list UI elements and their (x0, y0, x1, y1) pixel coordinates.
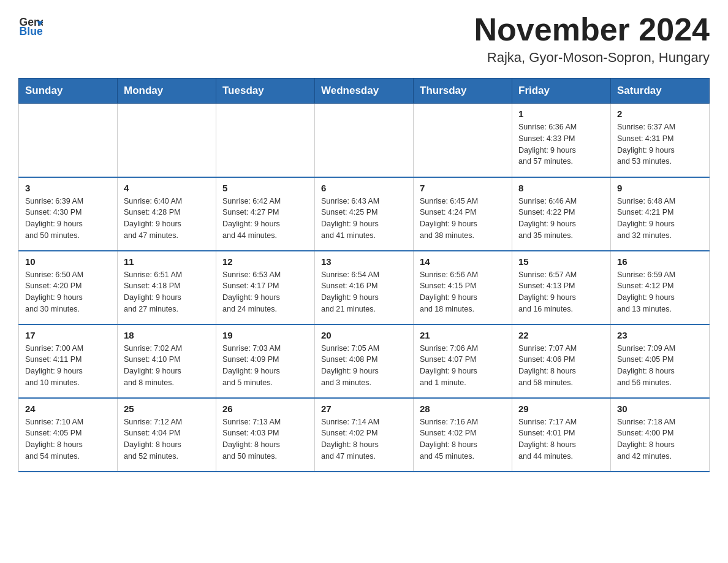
day-number: 22 (518, 330, 604, 340)
day-info: Sunrise: 7:14 AM Sunset: 4:02 PM Dayligh… (321, 416, 407, 462)
day-cell: 23Sunrise: 7:09 AM Sunset: 4:05 PM Dayli… (611, 324, 710, 398)
day-info: Sunrise: 6:43 AM Sunset: 4:25 PM Dayligh… (321, 196, 407, 242)
day-number: 4 (124, 183, 210, 193)
day-info: Sunrise: 7:03 AM Sunset: 4:09 PM Dayligh… (222, 343, 308, 389)
day-cell: 26Sunrise: 7:13 AM Sunset: 4:03 PM Dayli… (216, 398, 315, 472)
day-number: 12 (222, 256, 308, 267)
day-cell (315, 104, 414, 177)
logo-icon: General Blue (18, 12, 43, 37)
day-cell (19, 104, 118, 177)
header-thursday: Thursday (414, 79, 512, 104)
day-number: 8 (518, 183, 604, 193)
day-cell: 2Sunrise: 6:37 AM Sunset: 4:31 PM Daylig… (611, 104, 710, 177)
day-number: 6 (321, 183, 407, 193)
day-info: Sunrise: 7:18 AM Sunset: 4:00 PM Dayligh… (617, 416, 703, 462)
day-info: Sunrise: 6:54 AM Sunset: 4:16 PM Dayligh… (321, 269, 407, 315)
title-area: November 2024 Rajka, Gyor-Moson-Sopron, … (474, 12, 710, 66)
day-info: Sunrise: 6:45 AM Sunset: 4:24 PM Dayligh… (420, 196, 506, 242)
header-sunday: Sunday (19, 79, 118, 104)
day-number: 14 (420, 256, 506, 267)
day-info: Sunrise: 6:53 AM Sunset: 4:17 PM Dayligh… (222, 269, 308, 315)
day-number: 1 (518, 109, 604, 119)
calendar-table: SundayMondayTuesdayWednesdayThursdayFrid… (18, 78, 710, 472)
calendar-header-row: SundayMondayTuesdayWednesdayThursdayFrid… (19, 79, 710, 104)
week-row-4: 17Sunrise: 7:00 AM Sunset: 4:11 PM Dayli… (19, 324, 710, 398)
header-monday: Monday (118, 79, 216, 104)
day-cell: 7Sunrise: 6:45 AM Sunset: 4:24 PM Daylig… (414, 177, 512, 251)
day-info: Sunrise: 6:48 AM Sunset: 4:21 PM Dayligh… (617, 196, 703, 242)
day-cell: 15Sunrise: 6:57 AM Sunset: 4:13 PM Dayli… (512, 251, 611, 324)
day-info: Sunrise: 6:56 AM Sunset: 4:15 PM Dayligh… (420, 269, 506, 315)
svg-text:Blue: Blue (20, 25, 43, 37)
day-cell: 21Sunrise: 7:06 AM Sunset: 4:07 PM Dayli… (414, 324, 512, 398)
week-row-3: 10Sunrise: 6:50 AM Sunset: 4:20 PM Dayli… (19, 251, 710, 324)
month-title: November 2024 (474, 12, 710, 47)
day-number: 9 (617, 183, 703, 193)
day-cell: 22Sunrise: 7:07 AM Sunset: 4:06 PM Dayli… (512, 324, 611, 398)
day-cell: 8Sunrise: 6:46 AM Sunset: 4:22 PM Daylig… (512, 177, 611, 251)
day-info: Sunrise: 7:17 AM Sunset: 4:01 PM Dayligh… (518, 416, 604, 462)
day-info: Sunrise: 6:51 AM Sunset: 4:18 PM Dayligh… (124, 269, 210, 315)
day-number: 27 (321, 404, 407, 414)
week-row-5: 24Sunrise: 7:10 AM Sunset: 4:05 PM Dayli… (19, 398, 710, 472)
day-info: Sunrise: 7:05 AM Sunset: 4:08 PM Dayligh… (321, 343, 407, 389)
day-cell: 4Sunrise: 6:40 AM Sunset: 4:28 PM Daylig… (118, 177, 216, 251)
day-number: 21 (420, 330, 506, 340)
day-number: 26 (222, 404, 308, 414)
day-number: 3 (25, 183, 111, 193)
day-info: Sunrise: 6:40 AM Sunset: 4:28 PM Dayligh… (124, 196, 210, 242)
day-number: 24 (25, 404, 111, 414)
day-number: 25 (124, 404, 210, 414)
day-cell: 12Sunrise: 6:53 AM Sunset: 4:17 PM Dayli… (216, 251, 315, 324)
day-cell: 17Sunrise: 7:00 AM Sunset: 4:11 PM Dayli… (19, 324, 118, 398)
day-info: Sunrise: 7:13 AM Sunset: 4:03 PM Dayligh… (222, 416, 308, 462)
logo: General Blue (18, 12, 45, 37)
day-info: Sunrise: 7:00 AM Sunset: 4:11 PM Dayligh… (25, 343, 111, 389)
day-number: 30 (617, 404, 703, 414)
day-cell: 5Sunrise: 6:42 AM Sunset: 4:27 PM Daylig… (216, 177, 315, 251)
day-cell: 3Sunrise: 6:39 AM Sunset: 4:30 PM Daylig… (19, 177, 118, 251)
day-cell: 25Sunrise: 7:12 AM Sunset: 4:04 PM Dayli… (118, 398, 216, 472)
day-number: 11 (124, 256, 210, 267)
day-cell: 20Sunrise: 7:05 AM Sunset: 4:08 PM Dayli… (315, 324, 414, 398)
day-cell: 30Sunrise: 7:18 AM Sunset: 4:00 PM Dayli… (611, 398, 710, 472)
day-number: 7 (420, 183, 506, 193)
day-number: 19 (222, 330, 308, 340)
day-number: 16 (617, 256, 703, 267)
day-info: Sunrise: 7:16 AM Sunset: 4:02 PM Dayligh… (420, 416, 506, 462)
day-info: Sunrise: 6:46 AM Sunset: 4:22 PM Dayligh… (518, 196, 604, 242)
week-row-2: 3Sunrise: 6:39 AM Sunset: 4:30 PM Daylig… (19, 177, 710, 251)
day-cell: 10Sunrise: 6:50 AM Sunset: 4:20 PM Dayli… (19, 251, 118, 324)
day-info: Sunrise: 6:39 AM Sunset: 4:30 PM Dayligh… (25, 196, 111, 242)
day-info: Sunrise: 7:10 AM Sunset: 4:05 PM Dayligh… (25, 416, 111, 462)
day-info: Sunrise: 6:37 AM Sunset: 4:31 PM Dayligh… (617, 121, 703, 167)
day-cell: 16Sunrise: 6:59 AM Sunset: 4:12 PM Dayli… (611, 251, 710, 324)
week-row-1: 1Sunrise: 6:36 AM Sunset: 4:33 PM Daylig… (19, 104, 710, 177)
day-cell: 14Sunrise: 6:56 AM Sunset: 4:15 PM Dayli… (414, 251, 512, 324)
header-wednesday: Wednesday (315, 79, 414, 104)
day-cell: 1Sunrise: 6:36 AM Sunset: 4:33 PM Daylig… (512, 104, 611, 177)
day-cell: 19Sunrise: 7:03 AM Sunset: 4:09 PM Dayli… (216, 324, 315, 398)
day-cell (414, 104, 512, 177)
day-number: 5 (222, 183, 308, 193)
day-info: Sunrise: 7:02 AM Sunset: 4:10 PM Dayligh… (124, 343, 210, 389)
header-friday: Friday (512, 79, 611, 104)
day-cell (216, 104, 315, 177)
day-cell: 9Sunrise: 6:48 AM Sunset: 4:21 PM Daylig… (611, 177, 710, 251)
day-cell: 13Sunrise: 6:54 AM Sunset: 4:16 PM Dayli… (315, 251, 414, 324)
day-info: Sunrise: 6:36 AM Sunset: 4:33 PM Dayligh… (518, 121, 604, 167)
header-saturday: Saturday (611, 79, 710, 104)
day-cell: 6Sunrise: 6:43 AM Sunset: 4:25 PM Daylig… (315, 177, 414, 251)
day-number: 10 (25, 256, 111, 267)
day-cell: 28Sunrise: 7:16 AM Sunset: 4:02 PM Dayli… (414, 398, 512, 472)
header-tuesday: Tuesday (216, 79, 315, 104)
day-info: Sunrise: 7:06 AM Sunset: 4:07 PM Dayligh… (420, 343, 506, 389)
day-cell: 29Sunrise: 7:17 AM Sunset: 4:01 PM Dayli… (512, 398, 611, 472)
page-header: General Blue November 2024 Rajka, Gyor-M… (18, 12, 710, 66)
location: Rajka, Gyor-Moson-Sopron, Hungary (474, 50, 710, 66)
day-number: 18 (124, 330, 210, 340)
day-cell: 18Sunrise: 7:02 AM Sunset: 4:10 PM Dayli… (118, 324, 216, 398)
day-number: 29 (518, 404, 604, 414)
day-info: Sunrise: 7:07 AM Sunset: 4:06 PM Dayligh… (518, 343, 604, 389)
day-info: Sunrise: 7:12 AM Sunset: 4:04 PM Dayligh… (124, 416, 210, 462)
